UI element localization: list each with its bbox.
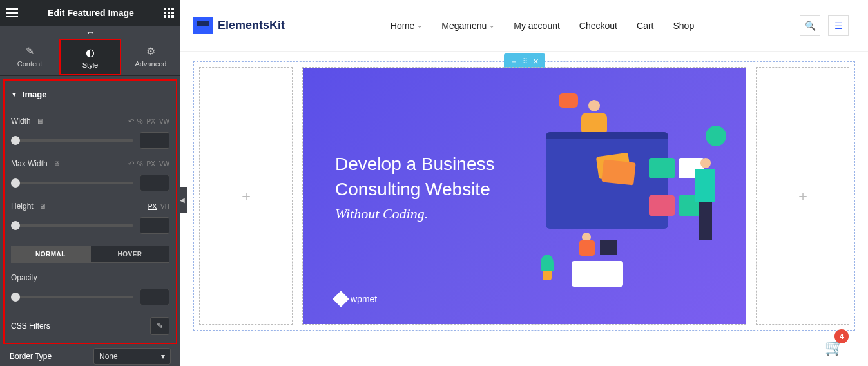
wpmet-icon <box>333 291 349 307</box>
filters-label: CSS Filters <box>11 322 50 331</box>
nav-megamenu[interactable]: Megamenu⌄ <box>441 21 494 31</box>
nav-shop[interactable]: Shop <box>673 21 694 31</box>
tab-advanced[interactable]: ⚙ Advanced <box>121 39 180 75</box>
reset-icon[interactable]: ↶ <box>128 160 133 168</box>
tab-content-label: Content <box>17 60 43 68</box>
menu-button[interactable]: ☰ <box>828 15 849 36</box>
border-type-value: None <box>99 352 118 361</box>
chevron-down-icon: ▾ <box>161 352 165 361</box>
site-logo[interactable]: ElementsKit <box>193 17 285 34</box>
filters-edit-button[interactable]: ✎ <box>150 317 169 335</box>
logo-mark-icon <box>193 17 213 34</box>
maxwidth-input[interactable] <box>140 175 169 191</box>
widgets-grid-icon[interactable] <box>164 8 174 18</box>
search-button[interactable]: 🔍 <box>800 15 820 36</box>
section-close-icon[interactable]: ✕ <box>533 57 539 66</box>
opacity-label: Opacity <box>11 273 37 282</box>
nav-account[interactable]: My account <box>514 21 560 31</box>
tab-style-label: Style <box>82 61 98 69</box>
opacity-slider[interactable] <box>11 296 133 298</box>
opacity-input[interactable] <box>140 289 169 305</box>
hamburger-menu-icon[interactable] <box>6 8 18 17</box>
nav-account-label: My account <box>514 21 560 31</box>
unit-vh[interactable]: VH <box>160 203 169 210</box>
illustration <box>507 93 726 293</box>
resize-indicator-icon: ↔ <box>0 26 180 39</box>
width-slider[interactable] <box>11 139 133 142</box>
unit-vw[interactable]: VW <box>159 118 169 125</box>
desktop-icon[interactable]: 🖥 <box>39 202 46 210</box>
featured-image[interactable]: Develop a BusinessConsulting Website Wit… <box>303 68 746 324</box>
tab-style[interactable]: ◐ Style <box>59 39 121 75</box>
width-input[interactable] <box>140 132 169 149</box>
pencil-icon: ✎ <box>0 45 59 57</box>
add-widget-icon[interactable]: ＋ <box>796 186 810 206</box>
desktop-icon[interactable]: 🖥 <box>53 160 60 168</box>
chevron-down-icon: ⌄ <box>489 22 494 29</box>
nav-shop-label: Shop <box>673 21 694 31</box>
feature-heading: Develop a BusinessConsulting Website <box>335 151 494 202</box>
nav-cart-label: Cart <box>637 21 653 31</box>
section-drag-icon[interactable]: ⠿ <box>523 57 528 66</box>
unit-px[interactable]: PX <box>147 160 155 168</box>
tab-advanced-label: Advanced <box>135 60 167 68</box>
pencil-icon: ✎ <box>157 322 163 331</box>
feature-subheading: Without Coding. <box>335 206 494 222</box>
brand-badge: wpmet <box>335 293 377 305</box>
nav-megamenu-label: Megamenu <box>441 21 487 31</box>
maxwidth-label: Max Width <box>11 159 48 168</box>
style-icon: ◐ <box>61 46 120 59</box>
column-left[interactable]: ＋ <box>199 67 293 325</box>
column-center[interactable]: ▦ ✎ Develop a BusinessConsulting Website… <box>302 67 746 325</box>
border-type-label: Border Type <box>10 352 52 361</box>
search-icon: 🔍 <box>805 21 816 31</box>
border-type-select[interactable]: None ▾ <box>93 348 171 365</box>
panel-title: Edit Featured Image <box>48 8 134 18</box>
height-input[interactable] <box>140 217 169 234</box>
desktop-icon[interactable]: 🖥 <box>36 117 43 125</box>
nav-cart[interactable]: Cart <box>637 21 653 31</box>
unit-px[interactable]: PX <box>148 203 157 210</box>
nav-home[interactable]: Home⌄ <box>391 21 422 31</box>
chevron-down-icon: ⌄ <box>417 22 422 29</box>
add-widget-icon[interactable]: ＋ <box>239 186 253 206</box>
section-add-icon[interactable]: ＋ <box>510 57 517 66</box>
maxwidth-slider[interactable] <box>11 182 133 184</box>
section-title: Image <box>23 90 47 99</box>
tab-content[interactable]: ✎ Content <box>0 39 59 75</box>
unit-percent[interactable]: % <box>137 118 143 125</box>
nav-checkout-label: Checkout <box>579 21 617 31</box>
nav-home-label: Home <box>391 21 414 31</box>
logo-text: ElementsKit <box>218 19 285 32</box>
width-label: Width <box>11 117 31 126</box>
caret-down-icon: ▼ <box>11 91 17 98</box>
column-right[interactable]: ＋ <box>756 67 849 325</box>
cart-count-badge: 4 <box>834 329 849 343</box>
state-tab-normal[interactable]: NORMAL <box>11 246 90 263</box>
section-toggle-image[interactable]: ▼ Image <box>11 86 169 106</box>
gear-icon: ⚙ <box>121 45 180 57</box>
reset-icon[interactable]: ↶ <box>128 117 133 126</box>
nav-checkout[interactable]: Checkout <box>579 21 617 31</box>
state-tab-hover[interactable]: HOVER <box>90 246 169 263</box>
brand-text: wpmet <box>351 294 377 304</box>
unit-px[interactable]: PX <box>147 118 155 125</box>
height-slider[interactable] <box>11 224 133 227</box>
panel-collapse-toggle[interactable]: ◀ <box>178 187 187 213</box>
unit-percent[interactable]: % <box>137 160 143 168</box>
height-label: Height <box>11 202 34 211</box>
menu-icon: ☰ <box>834 21 843 31</box>
unit-vw[interactable]: VW <box>159 160 169 168</box>
